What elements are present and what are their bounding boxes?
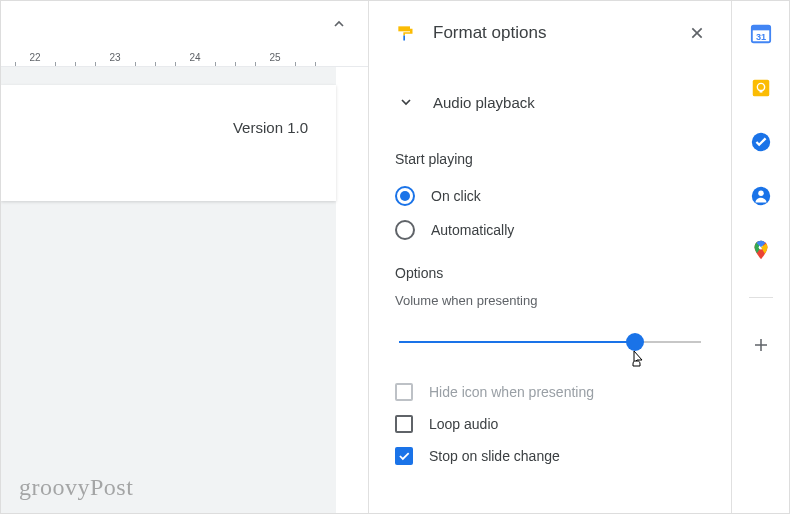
radio-button-unchecked-icon <box>395 220 415 240</box>
maps-icon[interactable] <box>750 239 772 261</box>
calendar-icon[interactable]: 31 <box>750 23 772 45</box>
checkbox-stop-slide-change[interactable]: Stop on slide change <box>395 440 705 472</box>
audio-playback-section-toggle[interactable]: Audio playback <box>369 79 731 125</box>
volume-label: Volume when presenting <box>395 293 705 308</box>
svg-rect-0 <box>403 36 405 41</box>
paint-format-icon <box>395 23 415 43</box>
radio-label: Automatically <box>431 222 514 238</box>
ruler-tick: 23 <box>105 49 125 66</box>
radio-automatically[interactable]: Automatically <box>395 213 705 247</box>
checkbox-unchecked-icon <box>395 415 413 433</box>
format-options-panel: Format options Audio playback Start play… <box>369 1 731 513</box>
svg-rect-4 <box>752 80 769 97</box>
slide-text: Version 1.0 <box>233 119 308 136</box>
radio-label: On click <box>431 188 481 204</box>
chevron-down-icon <box>395 91 417 113</box>
radio-button-checked-icon <box>395 186 415 206</box>
section-title: Audio playback <box>433 94 535 111</box>
ruler-tick: 24 <box>185 49 205 66</box>
svg-text:31: 31 <box>755 32 765 42</box>
ruler-tick: 22 <box>25 49 45 66</box>
mouse-cursor-icon <box>630 350 646 368</box>
volume-slider[interactable] <box>399 330 701 358</box>
contacts-icon[interactable] <box>750 185 772 207</box>
svg-point-9 <box>758 191 764 197</box>
slide-background[interactable]: Version 1.0 <box>1 67 336 513</box>
checkbox-hide-icon[interactable]: Hide icon when presenting <box>395 376 705 408</box>
start-playing-label: Start playing <box>395 151 705 167</box>
horizontal-ruler: 22 23 24 25 <box>1 49 368 67</box>
slide[interactable]: Version 1.0 <box>1 85 336 201</box>
collapse-panel-icon[interactable] <box>328 13 350 35</box>
svg-rect-2 <box>751 26 769 31</box>
add-app-button[interactable] <box>750 334 772 356</box>
ruler-tick: 25 <box>265 49 285 66</box>
checkbox-label: Loop audio <box>429 416 498 432</box>
slider-thumb[interactable] <box>626 333 644 351</box>
checkbox-checked-icon <box>395 447 413 465</box>
keep-icon[interactable] <box>750 77 772 99</box>
tasks-icon[interactable] <box>750 131 772 153</box>
google-apps-sidebar: 31 <box>731 1 789 513</box>
panel-title: Format options <box>433 23 683 43</box>
options-label: Options <box>395 265 705 281</box>
checkbox-unchecked-icon <box>395 383 413 401</box>
radio-on-click[interactable]: On click <box>395 179 705 213</box>
slide-canvas-area: 22 23 24 25 Version 1.0 <box>1 1 369 513</box>
close-panel-button[interactable] <box>683 19 711 47</box>
checkbox-label: Hide icon when presenting <box>429 384 594 400</box>
checkbox-label: Stop on slide change <box>429 448 560 464</box>
checkbox-loop-audio[interactable]: Loop audio <box>395 408 705 440</box>
svg-rect-6 <box>759 90 762 93</box>
